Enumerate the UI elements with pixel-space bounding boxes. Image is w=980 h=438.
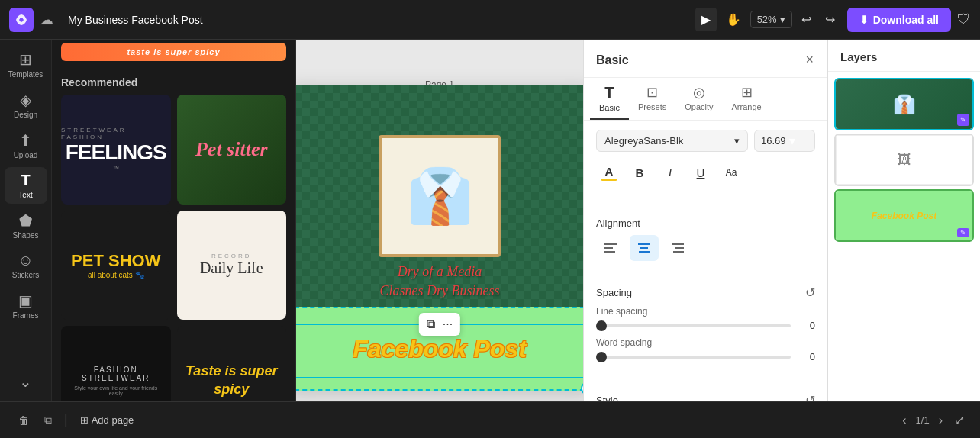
redo-btn[interactable]: ↪ (819, 8, 841, 31)
sidebar-item-design[interactable]: ◈ Design (5, 86, 47, 124)
cloud-save-icon[interactable]: ☁ (40, 11, 53, 28)
line-spacing-label: Line spacing (596, 306, 815, 317)
hand-tool-btn[interactable]: ✋ (720, 8, 747, 31)
bold-btn[interactable]: B (627, 159, 653, 185)
layer-item-mid[interactable]: 🖼 (834, 134, 974, 186)
underline-btn[interactable]: U (688, 159, 714, 185)
zoom-level: 52% (757, 14, 777, 25)
spacing-label-text: Spacing (596, 287, 632, 298)
alignment-label: Alignment (596, 217, 815, 229)
align-right-btn[interactable] (663, 235, 692, 261)
tab-presets[interactable]: ⊡ Presets (629, 78, 675, 120)
delete-btn[interactable]: 🗑 (12, 410, 35, 431)
tab-arrange[interactable]: ⊞ Arrange (723, 78, 771, 120)
pointer-tool-btn[interactable]: ▶ (695, 8, 717, 31)
line-spacing-slider[interactable] (596, 324, 791, 327)
layer-item-bottom[interactable]: Facebook Post ✎ (834, 189, 974, 242)
expand-btn[interactable]: ⤢ (952, 410, 968, 430)
canvas-frame[interactable]: 👔 Dry of a Media Clasnes Dry Business (296, 85, 583, 391)
layers-title: Layers (828, 40, 980, 72)
template-card-feelings[interactable]: STREETWEAR FASHION FEELINGS ™ (61, 95, 171, 205)
align-left-btn[interactable] (596, 235, 625, 261)
sidebar-label-design: Design (14, 111, 37, 119)
line-spacing-value: 0 (797, 320, 815, 331)
prev-page-btn[interactable]: ‹ (899, 411, 909, 430)
sidebar-item-text[interactable]: T Text (5, 167, 47, 204)
divider-bar: | (64, 412, 68, 428)
tab-basic[interactable]: T Basic (590, 78, 629, 120)
italic-btn[interactable]: I (657, 159, 683, 185)
format-row: A B I U Aa (596, 159, 815, 185)
more-icon: ⌄ (19, 372, 32, 391)
font-row: AlegreyaSans-Blk ▾ 16.69 ▾ (596, 130, 815, 152)
panel-close-button[interactable]: × (804, 50, 815, 69)
download-all-button[interactable]: ⬇ Download all (847, 8, 951, 32)
feelings-sub-text: STREETWEAR FASHION (61, 127, 171, 140)
layers-list: 👔 ✎ 🖼 Facebook Post ✎ (828, 72, 980, 401)
align-center-btn[interactable] (630, 235, 659, 261)
canvas-shirt-area: 👔 Dry of a Media Clasnes Dry Business (296, 85, 583, 307)
add-page-btn[interactable]: ⊞ Add page (74, 410, 140, 430)
canvas-text-overlay: Dry of a Media Clasnes Dry Business (296, 256, 583, 307)
text-case-btn[interactable]: Aa (718, 159, 744, 185)
word-spacing-row: Word spacing 0 (596, 337, 815, 362)
canvas-area: Page 1 👔 Dry of a (296, 40, 583, 401)
canvas-scroll[interactable]: Page 1 👔 Dry of a (296, 40, 583, 401)
tool-group: ▶ ✋ 52% ▾ ↩ ↪ (695, 8, 841, 31)
word-spacing-slider[interactable] (596, 356, 791, 359)
sidebar-item-templates[interactable]: ⊞ Templates (5, 46, 47, 83)
alignment-label-text: Alignment (596, 217, 640, 229)
alignment-section: Alignment (584, 208, 827, 270)
panel-top-text: taste is super spicy (61, 43, 286, 61)
sidebar-item-upload[interactable]: ⬆ Upload (5, 127, 47, 164)
sidebar-item-more[interactable]: ⌄ (5, 368, 47, 395)
feelings-tm: ™ (113, 165, 119, 172)
layer-item-top[interactable]: 👔 ✎ (834, 78, 974, 130)
petshow-sub-text: all about cats 🐾 (71, 271, 160, 279)
sidebar: ⊞ Templates ◈ Design ⬆ Upload T Text ⬟ S… (0, 40, 52, 401)
canvas-top-section: 👔 Dry of a Media Clasnes Dry Business (296, 85, 583, 307)
layer-mid-preview: 🖼 (898, 152, 911, 168)
panel-top-preview: taste is super spicy (52, 40, 295, 61)
zoom-control[interactable]: 52% ▾ (750, 11, 792, 28)
template-card-dailylife[interactable]: RECORD Daily Life (177, 211, 287, 320)
style-section: Style ↺ (584, 384, 827, 401)
template-card-petshow[interactable]: PET SHOW all about cats 🐾 (61, 211, 171, 320)
font-family-select[interactable]: AlegreyaSans-Blk ▾ (596, 130, 748, 152)
font-section: AlegreyaSans-Blk ▾ 16.69 ▾ A B I U Aa (584, 121, 827, 202)
text-color-btn[interactable]: A (596, 159, 622, 185)
templates-scroll-area: Recommended STREETWEAR FASHION FEELINGS … (52, 61, 295, 401)
text-icon: T (21, 172, 30, 189)
presets-tab-label: Presets (638, 102, 666, 111)
bottom-bar: 🗑 ⧉ | ⊞ Add page ‹ 1/1 › ⤢ (0, 401, 980, 438)
duplicate-btn[interactable]: ⧉ (38, 409, 58, 431)
document-title-input[interactable] (60, 10, 227, 30)
template-card-fashion[interactable]: FASHION STREETWEAR Style your own life a… (61, 326, 171, 401)
sidebar-label-text: Text (18, 191, 32, 199)
tab-opacity[interactable]: ◎ Opacity (675, 78, 722, 120)
arrange-tab-label: Arrange (732, 102, 762, 111)
sidebar-item-shapes[interactable]: ⬟ Shapes (5, 207, 47, 244)
shapes-icon: ⬟ (19, 211, 32, 230)
app-logo[interactable] (9, 8, 34, 32)
element-copy-btn[interactable]: ⧉ (424, 316, 438, 333)
template-card-petsitter[interactable]: Pet sitter (177, 95, 287, 205)
style-reset-btn[interactable]: ↺ (805, 393, 815, 401)
undo-btn[interactable]: ↩ (795, 8, 817, 31)
opacity-tab-icon: ◎ (693, 84, 705, 101)
trash-icon: 🗑 (18, 414, 29, 427)
template-card-spicy[interactable]: Taste is super spicy (177, 326, 287, 401)
next-page-btn[interactable]: › (936, 411, 946, 430)
fashion-sub-text: Style your own life and your friends eas… (67, 385, 165, 396)
element-more-btn[interactable]: ··· (440, 316, 456, 333)
fashion-brand-text: FASHION STREETWEAR (67, 366, 165, 382)
sidebar-label-shapes: Shapes (13, 231, 39, 240)
sidebar-item-stickers[interactable]: ☺ Stickers (5, 247, 47, 284)
duplicate-icon: ⧉ (44, 414, 52, 427)
spacing-reset-btn[interactable]: ↺ (805, 285, 815, 300)
line-spacing-slider-row: 0 (596, 320, 815, 331)
add-page-icon: ⊞ (80, 414, 89, 426)
feelings-main-text: FEELINGS (66, 140, 166, 165)
sidebar-item-frames[interactable]: ▣ Frames (5, 287, 47, 324)
layers-panel: Layers 👔 ✎ 🖼 Facebook Post ✎ (827, 40, 980, 401)
